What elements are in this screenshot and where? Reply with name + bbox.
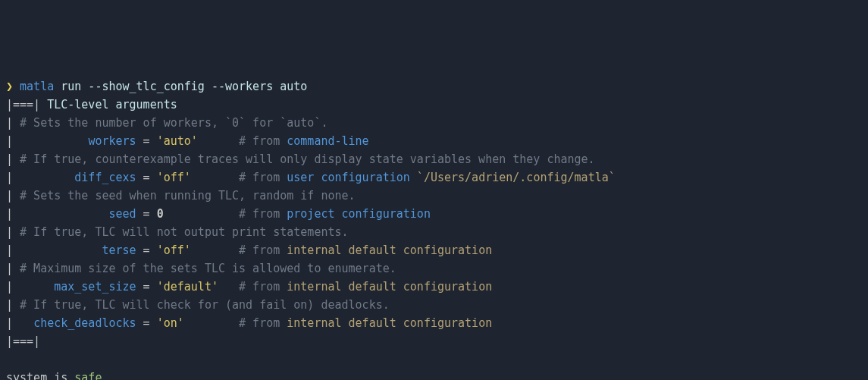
config-key: diff_cexs [74,171,136,184]
prompt-char: ❯ [6,80,13,93]
section-title: TLC-level arguments [47,98,177,111]
pipe-char: | [6,316,20,330]
footer-bar: |===| [6,334,40,348]
config-source: internal default configuration [287,243,492,257]
result-status: safe [74,371,102,380]
config-key: workers [88,134,136,148]
from-label: # from [239,316,287,330]
comment-line: # If true, TLC will not output print sta… [20,225,348,239]
pad [20,171,74,184]
pad [20,134,88,148]
comment-line: # Maximum size of the sets TLC is allowe… [20,262,396,275]
equals-sign: = [136,280,157,294]
pipe-char: | [6,152,20,166]
config-source: command-line [287,134,368,148]
config-source: internal default configuration [287,280,492,294]
pipe-char: | [6,280,20,294]
config-path: `/Users/adrien/.config/matla` [410,171,616,184]
config-key: seed [108,207,136,221]
pad [218,280,239,294]
config-source: internal default configuration [287,316,492,330]
pad [20,243,102,257]
equals-sign: = [136,243,157,257]
comment-line: # Sets the seed when running TLC, random… [20,189,356,203]
cmd-name: matla [20,80,54,93]
config-value: 'off' [157,171,191,184]
config-value: 'default' [157,280,218,294]
from-label: # from [239,207,287,221]
pipe-char: | [6,134,20,148]
equals-sign: = [136,134,157,148]
comment-line: # Sets the number of workers, `0` for `a… [20,116,327,130]
pipe-char: | [6,243,20,257]
cmd-args: run --show_tlc_config --workers auto [61,80,307,93]
config-value: 'off' [157,243,191,257]
pad [198,134,239,148]
pad [191,243,239,257]
pipe-char: | [6,207,20,221]
equals-sign: = [136,207,157,221]
header-bar: |===| [6,98,40,111]
equals-sign: = [136,316,157,330]
terminal-output: ❯ matla run --show_tlc_config --workers … [6,77,862,380]
from-label: # from [239,171,287,184]
config-source: user configuration [287,171,410,184]
pipe-char: | [6,298,20,312]
comment-line: # If true, TLC will check for (and fail … [20,298,390,312]
config-value: 0 [157,207,164,221]
config-source: project configuration [287,207,431,221]
equals-sign: = [136,171,157,184]
pipe-char: | [6,116,20,130]
config-key: terse [102,243,136,257]
comment-line: # If true, counterexample traces will on… [20,152,595,166]
pad [20,280,54,294]
from-label: # from [239,280,287,294]
config-key: check_deadlocks [33,316,136,330]
config-value: 'on' [157,316,184,330]
pipe-char: | [6,171,20,184]
config-key: max_set_size [54,280,136,294]
from-label: # from [239,134,287,148]
config-value: 'auto' [157,134,198,148]
pipe-char: | [6,189,20,203]
pad [164,207,239,221]
from-label: # from [239,243,287,257]
pad [184,316,239,330]
pipe-char: | [6,225,20,239]
pad [20,207,108,221]
pipe-char: | [6,262,20,275]
result-prefix: system is [6,371,74,380]
pad [20,316,33,330]
pad [191,171,239,184]
